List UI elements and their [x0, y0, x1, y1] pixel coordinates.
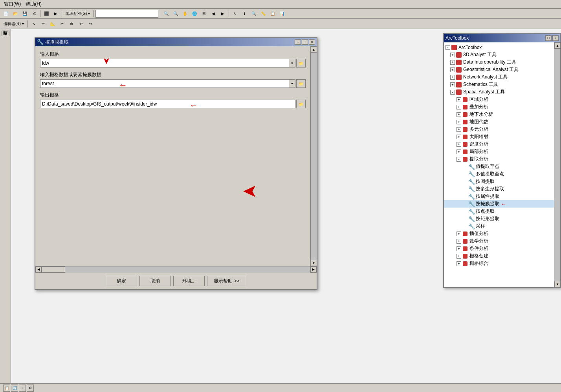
select-tool[interactable]: ↖ — [231, 9, 239, 18]
tree-schematics[interactable]: + Schematics 工具 — [444, 81, 554, 88]
sc-expand[interactable]: + — [450, 82, 455, 87]
atb-scroll-up[interactable]: ▲ — [554, 42, 560, 49]
tree-spatial-analyst[interactable]: - Spatial Analyst 工具 — [444, 88, 554, 96]
di-expand[interactable]: + — [450, 60, 455, 65]
sol-expand[interactable]: + — [456, 135, 461, 139]
tree-extract-by-circle[interactable]: 🔧 按圆提取 — [444, 178, 554, 185]
tree-sample[interactable]: 🔧 采样 — [444, 222, 554, 230]
tree-extract-by-point[interactable]: 🔧 按点提取 — [444, 208, 554, 215]
show-help-button[interactable]: 显示帮助 >> — [207, 276, 246, 286]
dialog-maximize[interactable]: □ — [302, 39, 308, 45]
tree-local[interactable]: + 局部分析 — [444, 148, 554, 155]
tree-extract-by-rectangle[interactable]: 🔧 按矩形提取 — [444, 215, 554, 222]
forward-btn[interactable]: ▶ — [218, 9, 227, 18]
full-extent[interactable]: ⊞ — [200, 9, 208, 18]
ga-expand[interactable]: + — [450, 67, 455, 72]
attr-btn[interactable]: 📋 — [268, 9, 277, 18]
tree-zone[interactable]: + 区域分析 — [444, 96, 554, 103]
panel-close[interactable]: × — [2, 31, 9, 36]
tree-map-algebra[interactable]: + 地图代数 — [444, 118, 554, 126]
dialog-close[interactable]: × — [309, 39, 315, 45]
hscroll-right[interactable]: ▶ — [310, 266, 317, 273]
input-raster-browse-btn[interactable]: 📁 — [296, 59, 306, 67]
tree-extract-multi-values[interactable]: 🔧 多值提取至点 — [444, 170, 554, 178]
tree-interpolation[interactable]: + 插值分析 — [444, 230, 554, 237]
tree-extract-by-polygon[interactable]: 🔧 按多边形提取 — [444, 185, 554, 193]
status-btn2[interactable]: 🔄 — [11, 385, 18, 392]
arctoolbox-close[interactable]: × — [552, 35, 559, 41]
atb-scroll-down[interactable]: ▼ — [554, 281, 560, 287]
tree-root[interactable]: - ArcToolbox — [444, 44, 554, 51]
tool-btn2[interactable]: ▶ — [51, 9, 60, 18]
tool-btn1[interactable]: ⬛ — [42, 9, 51, 18]
tree-geo-analyst[interactable]: + Geostatistical Analyst 工具 — [444, 66, 554, 73]
sa-expand[interactable]: - — [450, 90, 455, 95]
edit-tool5[interactable]: ⊕ — [67, 20, 76, 28]
tree-raster-general[interactable]: + 栅格综合 — [444, 260, 554, 267]
tree-conditional[interactable]: + 条件分析 — [444, 245, 554, 252]
loc-expand[interactable]: + — [456, 150, 461, 154]
tree-data-interop[interactable]: + Data Interoperability 工具 — [444, 58, 554, 66]
mask-dropdown-arrow[interactable]: ▼ — [289, 79, 295, 88]
arctoolbox-titlebar[interactable]: ArcToolbox □ × — [444, 34, 560, 42]
tree-extraction[interactable]: - 提取分析 — [444, 155, 554, 163]
tree-3d-analyst[interactable]: + 3D Analyst 工具 — [444, 51, 554, 58]
scroll-down[interactable]: ▼ — [311, 260, 317, 266]
editor-dropdown[interactable]: 编辑器(R) ▾ — [2, 20, 26, 28]
globe-btn[interactable]: 🌐 — [190, 9, 199, 18]
pan[interactable]: ✋ — [181, 9, 189, 18]
edit-tool3[interactable]: 📐 — [48, 20, 57, 28]
tree-groundwater[interactable]: + 地下水分析 — [444, 111, 554, 118]
zoom-out[interactable]: 🔍 — [171, 9, 180, 18]
environment-button[interactable]: 环境... — [173, 276, 205, 286]
mask-browse-btn[interactable]: 📁 — [296, 79, 306, 88]
na-expand[interactable]: + — [450, 75, 455, 80]
print-btn[interactable]: 🖨 — [30, 9, 38, 18]
back-btn[interactable]: ◀ — [209, 9, 218, 18]
hscroll-track[interactable] — [42, 266, 310, 273]
ok-button[interactable]: 确定 — [106, 276, 137, 286]
tree-overlay[interactable]: + 叠加分析 — [444, 103, 554, 111]
status-btn3[interactable]: ⏸ — [19, 385, 26, 392]
mask-field[interactable] — [40, 79, 289, 88]
tree-network-analyst[interactable]: + Network Analyst 工具 — [444, 73, 554, 81]
input-raster-field[interactable] — [40, 59, 289, 67]
zone-expand[interactable]: + — [456, 97, 461, 102]
rg-expand[interactable]: + — [456, 261, 461, 266]
tree-extract-by-attribute[interactable]: 🔧 按属性提取 — [444, 193, 554, 200]
gw-expand[interactable]: + — [456, 112, 461, 117]
hscroll-thumb[interactable] — [42, 266, 65, 273]
tree-math[interactable]: + 数学分析 — [444, 237, 554, 245]
search-input[interactable] — [95, 10, 158, 18]
dialog-titlebar[interactable]: 🔧 按掩膜提取 － □ × — [35, 38, 317, 46]
geocoding-btn[interactable]: 地理配准(G) ▾ — [64, 9, 92, 18]
edit-tool6[interactable]: ↩ — [77, 20, 85, 28]
ext-expand[interactable]: - — [456, 157, 461, 162]
den-expand[interactable]: + — [456, 142, 461, 147]
mv-expand[interactable]: + — [456, 127, 461, 132]
hscroll-left[interactable]: ◀ — [35, 266, 42, 273]
tree-extract-values-to-points[interactable]: 🔧 值提取至点 — [444, 163, 554, 170]
menu-help[interactable]: 帮助(H) — [23, 0, 44, 8]
dialog-minimize[interactable]: － — [295, 39, 301, 45]
cond-expand[interactable]: + — [456, 246, 461, 251]
tree-solar[interactable]: + 太阳辐射 — [444, 133, 554, 140]
menu-window[interactable]: 窗口(W) — [2, 0, 23, 8]
zoom-in[interactable]: 🔍 — [162, 9, 170, 18]
tree-density[interactable]: + 密度分析 — [444, 140, 554, 148]
edit-tool7[interactable]: ↪ — [86, 20, 95, 28]
input-raster-dropdown-arrow[interactable]: ▼ — [289, 59, 295, 67]
edit-tool4[interactable]: ✂ — [58, 20, 66, 28]
cancel-button[interactable]: 取消 — [139, 276, 171, 286]
tree-extract-by-mask[interactable]: 🔧 按掩膜提取 ← — [444, 200, 554, 208]
measure-btn[interactable]: 📏 — [259, 9, 268, 18]
arctoolbox-minimize[interactable]: □ — [545, 35, 552, 41]
new-btn[interactable]: 📄 — [2, 9, 10, 18]
scroll-track[interactable] — [311, 53, 317, 260]
edit-tool1[interactable]: ↖ — [29, 20, 38, 28]
save-btn[interactable]: 💾 — [20, 9, 29, 18]
3d-expand[interactable]: + — [450, 53, 455, 57]
tree-raster-creation[interactable]: + 栅格创建 — [444, 252, 554, 260]
edit-tool2[interactable]: ✏ — [39, 20, 48, 28]
root-expand[interactable]: - — [446, 45, 450, 50]
